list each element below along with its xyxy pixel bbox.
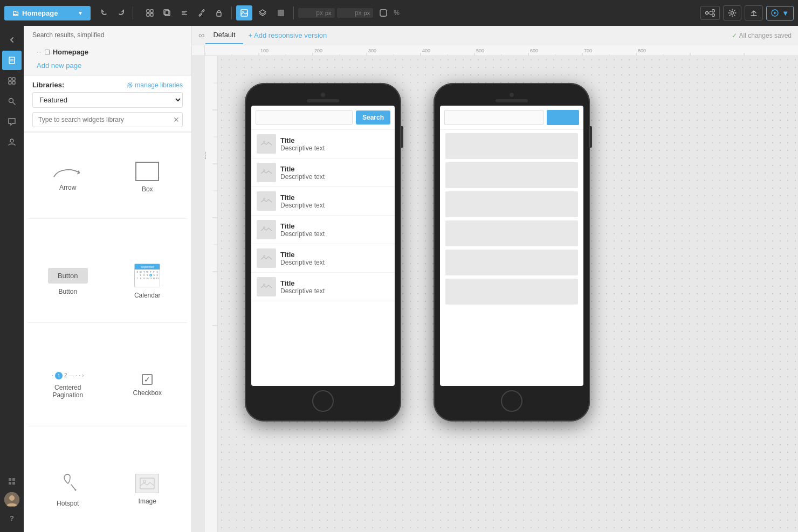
list-text-5: Title Descriptive text bbox=[280, 251, 325, 266]
widgets-button[interactable] bbox=[2, 71, 22, 91]
widget-calendar[interactable]: September SMTWTFS 123456 78910111213 Cal… bbox=[108, 241, 188, 320]
duplicate-button[interactable] bbox=[159, 5, 175, 20]
arrange-button[interactable] bbox=[142, 5, 158, 20]
svg-rect-16 bbox=[280, 12, 282, 14]
users-button[interactable] bbox=[2, 133, 22, 152]
comments-button[interactable] bbox=[2, 112, 22, 132]
align-button[interactable] bbox=[176, 5, 192, 20]
page-name: Homepage bbox=[53, 48, 88, 56]
connect-button[interactable] bbox=[700, 6, 720, 20]
list-item-6[interactable]: Title Descriptive text bbox=[251, 273, 395, 301]
redo-button[interactable] bbox=[113, 6, 128, 20]
svg-point-36 bbox=[9, 99, 13, 103]
svg-rect-2 bbox=[147, 13, 149, 16]
widget-checkbox[interactable]: ✓ Checkbox bbox=[108, 344, 188, 424]
widget-arrow[interactable]: Arrow bbox=[28, 137, 108, 216]
svg-rect-17 bbox=[282, 12, 284, 14]
undo-button[interactable] bbox=[97, 6, 112, 20]
list-item-2[interactable]: Title Descriptive text bbox=[251, 158, 395, 187]
help-button[interactable]: ? bbox=[2, 508, 22, 528]
phone-speaker-1 bbox=[307, 99, 339, 102]
list-text-2: Title Descriptive text bbox=[280, 165, 325, 181]
connect-icon bbox=[705, 9, 715, 17]
svg-rect-34 bbox=[9, 81, 11, 84]
search-clear-icon[interactable]: ✕ bbox=[173, 115, 180, 124]
manage-libraries-link[interactable]: manage libraries bbox=[127, 81, 183, 89]
svg-rect-14 bbox=[282, 10, 284, 12]
width-input-group: px bbox=[298, 8, 335, 18]
ruler-h: 100 200 300 400 500 600 70 bbox=[205, 45, 798, 56]
height-input-group: px bbox=[337, 8, 374, 18]
pages-button[interactable] bbox=[2, 51, 22, 70]
grid-nav-button[interactable] bbox=[2, 472, 22, 491]
svg-rect-20 bbox=[282, 14, 284, 16]
hotspot-label: Hotspot bbox=[57, 500, 79, 507]
search-button[interactable] bbox=[2, 92, 22, 111]
widget-search: ✕ bbox=[32, 112, 183, 127]
svg-point-23 bbox=[712, 10, 715, 12]
thumb-icon-4 bbox=[261, 225, 272, 234]
widget-search-input[interactable] bbox=[32, 112, 183, 127]
grey-item-5 bbox=[445, 250, 578, 275]
widget-pagination[interactable]: · 1 2 — · · › Centered Pagination bbox=[28, 344, 108, 424]
page-title-label: Homepage bbox=[22, 9, 58, 17]
grey-search-input bbox=[444, 110, 544, 125]
library-select[interactable]: Featured bbox=[32, 92, 183, 108]
svg-rect-29 bbox=[9, 57, 15, 64]
svg-rect-42 bbox=[12, 482, 15, 485]
widget-button[interactable]: Button Button bbox=[28, 241, 108, 320]
canvas-scroll[interactable]: Search Title bbox=[218, 56, 798, 532]
list-desc-5: Descriptive text bbox=[280, 259, 325, 266]
pagination-label: Centered Pagination bbox=[52, 384, 83, 399]
separator-3 bbox=[293, 6, 294, 19]
svg-point-27 bbox=[731, 12, 734, 15]
changes-icon: ✓ bbox=[732, 32, 737, 39]
phone-screen-1: Search Title bbox=[251, 106, 395, 386]
phone-search-btn[interactable]: Search bbox=[356, 110, 390, 125]
back-nav-button[interactable] bbox=[2, 30, 22, 50]
svg-rect-21 bbox=[380, 10, 387, 16]
height-input[interactable] bbox=[340, 9, 362, 17]
grid-button[interactable] bbox=[273, 5, 289, 20]
layer-button[interactable] bbox=[254, 5, 271, 20]
image-mode-button[interactable] bbox=[236, 5, 252, 20]
widget-box[interactable]: Box bbox=[108, 137, 188, 216]
add-responsive-btn[interactable]: + Add responsive version bbox=[243, 27, 333, 44]
svg-text:100: 100 bbox=[205, 151, 207, 160]
list-item-4[interactable]: Title Descriptive text bbox=[251, 216, 395, 244]
percent-label: % bbox=[394, 9, 400, 17]
phone-home-btn-2[interactable] bbox=[501, 390, 522, 412]
list-thumb-3 bbox=[257, 191, 276, 211]
svg-line-46 bbox=[71, 485, 75, 490]
play-button[interactable]: ▼ bbox=[766, 6, 794, 20]
phone-2 bbox=[434, 83, 590, 422]
list-title-4: Title bbox=[280, 222, 325, 230]
widget-image[interactable]: Image bbox=[108, 448, 188, 528]
phone-home-btn-1[interactable] bbox=[312, 390, 334, 412]
link-button[interactable] bbox=[194, 5, 210, 20]
chevron-down-icon: ▼ bbox=[78, 10, 83, 16]
list-item-5[interactable]: Title Descriptive text bbox=[251, 244, 395, 273]
add-page-link[interactable]: Add new page bbox=[32, 60, 183, 71]
ruler-h-svg: 100 200 300 400 500 600 70 bbox=[205, 45, 798, 56]
list-item-1[interactable]: Title Descriptive text bbox=[251, 130, 395, 158]
tab-default[interactable]: Default bbox=[205, 26, 243, 44]
arrange-icon bbox=[146, 9, 154, 17]
widget-hotspot[interactable]: Hotspot bbox=[28, 448, 108, 528]
settings-button[interactable] bbox=[723, 5, 741, 20]
list-thumb-4 bbox=[257, 220, 276, 239]
main-layout: ? Search results, simplified ··· □ Homep… bbox=[0, 26, 798, 532]
list-item-3[interactable]: Title Descriptive text bbox=[251, 187, 395, 216]
opacity-button[interactable] bbox=[375, 5, 391, 20]
svg-point-95 bbox=[263, 198, 265, 200]
thumb-icon-3 bbox=[261, 197, 272, 205]
page-title-button[interactable]: 🗂 Homepage ▼ bbox=[4, 6, 91, 20]
svg-text:100: 100 bbox=[260, 48, 269, 53]
phone-search-input[interactable] bbox=[256, 110, 353, 125]
grey-search-btn bbox=[547, 110, 579, 125]
width-input[interactable] bbox=[301, 9, 323, 17]
lock-button[interactable] bbox=[211, 5, 227, 20]
avatar[interactable] bbox=[4, 492, 19, 507]
icon-bar: ? bbox=[0, 26, 24, 532]
export-button[interactable] bbox=[745, 5, 763, 20]
